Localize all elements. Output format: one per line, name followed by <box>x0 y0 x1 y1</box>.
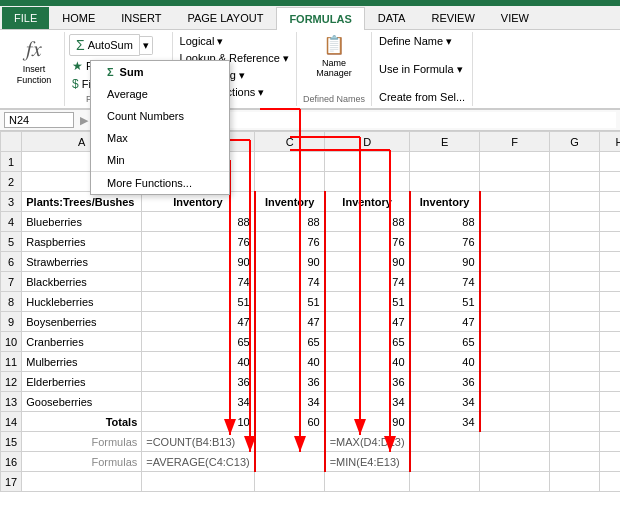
table-cell[interactable] <box>410 472 480 492</box>
tab-review[interactable]: REVIEW <box>418 6 487 29</box>
table-cell[interactable] <box>600 252 620 272</box>
table-cell[interactable]: 65 <box>410 332 480 352</box>
logical-button[interactable]: Logical ▾ <box>177 34 292 49</box>
dropdown-more-functions[interactable]: More Functions... <box>91 171 229 194</box>
table-cell[interactable]: 47 <box>255 312 325 332</box>
table-cell[interactable]: Formulas <box>22 432 142 452</box>
tab-page-layout[interactable]: PAGE LAYOUT <box>174 6 276 29</box>
table-cell[interactable] <box>550 212 600 232</box>
table-cell[interactable]: 88 <box>410 212 480 232</box>
table-cell[interactable] <box>600 372 620 392</box>
table-cell[interactable]: Raspberries <box>22 232 142 252</box>
table-cell[interactable] <box>480 312 550 332</box>
table-cell[interactable]: Gooseberries <box>22 392 142 412</box>
table-cell[interactable]: 88 <box>142 212 255 232</box>
table-cell[interactable]: 74 <box>255 272 325 292</box>
table-cell[interactable] <box>410 452 480 472</box>
table-cell[interactable] <box>480 412 550 432</box>
table-cell[interactable] <box>480 252 550 272</box>
table-cell[interactable]: Totals <box>22 412 142 432</box>
table-cell[interactable]: 76 <box>325 232 410 252</box>
table-cell[interactable]: Cranberries <box>22 332 142 352</box>
table-cell[interactable]: 74 <box>410 272 480 292</box>
table-cell[interactable] <box>325 152 410 172</box>
name-manager-button[interactable]: 📋 NameManager <box>316 34 352 78</box>
table-cell[interactable] <box>550 452 600 472</box>
table-cell[interactable] <box>550 392 600 412</box>
table-cell[interactable]: 40 <box>255 352 325 372</box>
table-cell[interactable]: 34 <box>410 412 480 432</box>
table-cell[interactable]: 47 <box>142 312 255 332</box>
tab-insert[interactable]: INSERT <box>108 6 174 29</box>
table-cell[interactable] <box>480 192 550 212</box>
table-cell[interactable] <box>600 192 620 212</box>
table-cell[interactable]: 40 <box>142 352 255 372</box>
table-cell[interactable] <box>550 172 600 192</box>
table-cell[interactable]: =COUNT(B4:B13) <box>142 432 255 452</box>
col-header-e[interactable]: E <box>410 132 480 152</box>
table-cell[interactable] <box>142 472 255 492</box>
table-cell[interactable]: 51 <box>142 292 255 312</box>
tab-view[interactable]: VIEW <box>488 6 542 29</box>
table-cell[interactable] <box>255 432 325 452</box>
table-cell[interactable]: 60 <box>255 412 325 432</box>
table-cell[interactable]: 47 <box>325 312 410 332</box>
table-cell[interactable]: Boysenberries <box>22 312 142 332</box>
table-cell[interactable] <box>480 332 550 352</box>
table-cell[interactable] <box>600 412 620 432</box>
table-cell[interactable]: 51 <box>255 292 325 312</box>
table-cell[interactable]: 51 <box>410 292 480 312</box>
define-name-button[interactable]: Define Name ▾ <box>376 34 468 49</box>
table-cell[interactable]: 34 <box>255 392 325 412</box>
table-cell[interactable] <box>22 472 142 492</box>
table-cell[interactable]: Blackberries <box>22 272 142 292</box>
table-cell[interactable]: 76 <box>255 232 325 252</box>
table-cell[interactable]: 88 <box>255 212 325 232</box>
table-cell[interactable]: 88 <box>325 212 410 232</box>
table-cell[interactable]: 34 <box>325 392 410 412</box>
table-cell[interactable]: 74 <box>142 272 255 292</box>
table-cell[interactable] <box>600 392 620 412</box>
table-cell[interactable]: 90 <box>325 412 410 432</box>
tab-home[interactable]: HOME <box>49 6 108 29</box>
table-cell[interactable] <box>410 432 480 452</box>
table-cell[interactable]: 76 <box>410 232 480 252</box>
table-cell[interactable] <box>550 152 600 172</box>
table-cell[interactable]: Strawberries <box>22 252 142 272</box>
table-cell[interactable]: Inventory <box>410 192 480 212</box>
tab-file[interactable]: FILE <box>2 7 49 29</box>
table-cell[interactable] <box>600 292 620 312</box>
table-cell[interactable]: Elderberries <box>22 372 142 392</box>
table-cell[interactable] <box>410 172 480 192</box>
autosum-dropdown-btn[interactable]: ▾ <box>140 36 153 55</box>
table-cell[interactable]: 40 <box>410 352 480 372</box>
table-cell[interactable]: 36 <box>255 372 325 392</box>
use-in-formula-button[interactable]: Use in Formula ▾ <box>376 62 468 77</box>
table-cell[interactable]: 36 <box>325 372 410 392</box>
table-cell[interactable] <box>480 472 550 492</box>
table-cell[interactable] <box>255 452 325 472</box>
table-cell[interactable] <box>480 152 550 172</box>
table-cell[interactable] <box>600 272 620 292</box>
table-cell[interactable]: Huckleberries <box>22 292 142 312</box>
table-cell[interactable] <box>600 172 620 192</box>
table-cell[interactable]: Inventory <box>255 192 325 212</box>
table-cell[interactable] <box>480 172 550 192</box>
table-cell[interactable]: 90 <box>142 252 255 272</box>
table-cell[interactable]: 51 <box>325 292 410 312</box>
dropdown-max[interactable]: Max <box>91 127 229 149</box>
col-header-f[interactable]: F <box>480 132 550 152</box>
name-box[interactable] <box>4 112 74 128</box>
table-cell[interactable] <box>600 332 620 352</box>
table-cell[interactable] <box>255 152 325 172</box>
table-cell[interactable]: 90 <box>325 252 410 272</box>
table-cell[interactable] <box>325 172 410 192</box>
table-cell[interactable] <box>550 432 600 452</box>
table-cell[interactable] <box>480 372 550 392</box>
table-cell[interactable] <box>410 152 480 172</box>
table-cell[interactable] <box>550 352 600 372</box>
table-cell[interactable]: Blueberries <box>22 212 142 232</box>
table-cell[interactable] <box>480 392 550 412</box>
table-cell[interactable] <box>600 312 620 332</box>
table-cell[interactable] <box>600 432 620 452</box>
